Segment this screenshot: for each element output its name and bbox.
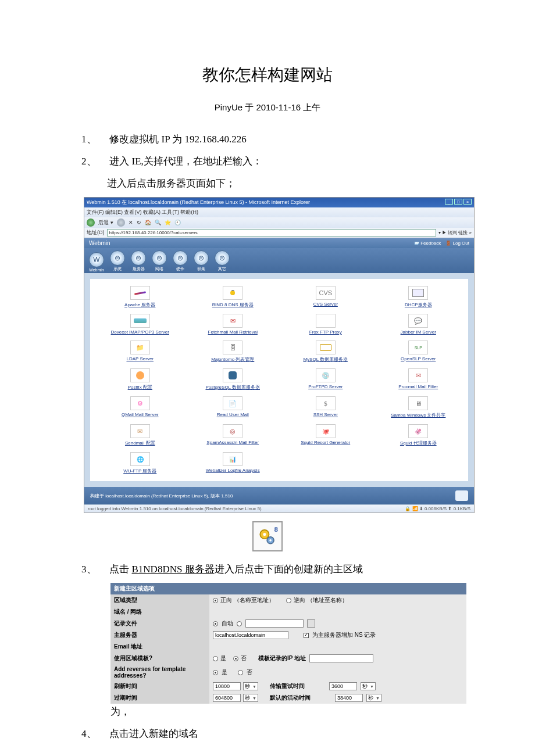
server-item[interactable]: Webalizer Logfile Analysis (188, 452, 279, 474)
expire-unit-select[interactable]: 秒 (243, 694, 258, 702)
retry-unit-select[interactable]: 秒 (361, 682, 376, 690)
refresh-icon[interactable]: ↻ (137, 220, 141, 225)
server-label: Squid Report Generator (301, 440, 350, 445)
ttl-input[interactable]: 38400 (335, 694, 363, 702)
tmpl-ip-input[interactable] (309, 654, 373, 662)
server-item[interactable]: Read User Mail (188, 396, 279, 418)
forward-icon[interactable] (117, 218, 125, 227)
server-item[interactable]: Squid 代理服务器 (373, 424, 464, 446)
favorites-icon[interactable]: ⭐ (165, 220, 171, 225)
server-item[interactable]: MySQL 数据库服务器 (280, 341, 371, 363)
server-label: MySQL 数据库服务器 (303, 356, 348, 363)
radio-forward[interactable] (213, 598, 218, 603)
expire-input[interactable]: 604800 (213, 694, 241, 702)
retry-input[interactable]: 3600 (329, 682, 357, 690)
server-icon (130, 341, 150, 354)
server-icon (223, 452, 242, 466)
webmin-tab-6[interactable]: ⊜其它 (215, 250, 230, 272)
radio-reverse[interactable] (286, 598, 291, 603)
step-text: 点击 B1ND8DNS 服务器进入后点击下面的创建新的主区域 (109, 564, 362, 575)
doc-byline: PinyUe 于 2010-11-16 上午 (81, 102, 454, 113)
server-item[interactable]: OpenSLP Server (373, 341, 464, 363)
server-item[interactable]: Majordomo 列表管理 (188, 341, 279, 363)
server-item[interactable]: Samba Windows 文件共享 (373, 396, 464, 418)
server-item[interactable]: Squid Report Generator (280, 424, 371, 446)
ttl-unit-select[interactable]: 秒 (366, 694, 381, 702)
server-item[interactable]: Procmail Mail Filter (373, 368, 464, 390)
server-item[interactable]: ProFTPD Server (280, 368, 371, 390)
refresh-input[interactable]: 10800 (213, 682, 241, 690)
radio-tmpl-no[interactable] (233, 656, 238, 661)
label-addrev: Add reverses for template addresses? (110, 664, 209, 680)
server-item[interactable]: SSH Server (280, 396, 371, 418)
ie-menubar[interactable]: 文件(F) 编辑(E) 查看(V) 收藏(A) 工具(T) 帮助(H) (84, 207, 474, 217)
address-label: 地址(D) (87, 229, 105, 237)
home-icon[interactable]: 🏠 (145, 220, 151, 225)
webmin-tab-5[interactable]: ⊜群集 (194, 250, 209, 272)
label-template: 使用区域模板? (110, 653, 209, 664)
server-item[interactable]: Frox FTP Proxy (280, 314, 371, 335)
label-refresh: 刷新时间 (110, 680, 209, 692)
stop-icon[interactable]: ✕ (129, 220, 133, 225)
address-input[interactable]: https://192.168.40.226:10000/?cat=server… (107, 229, 436, 237)
server-item[interactable]: LDAP Server (95, 341, 186, 363)
tab-icon: W (89, 252, 104, 267)
home-icon[interactable] (455, 490, 468, 501)
radio-addrev-yes[interactable] (213, 670, 218, 675)
server-item[interactable]: PostgreSQL 数据库服务器 (188, 368, 279, 390)
server-icon (408, 341, 428, 354)
server-item[interactable]: QMail Mail Server (95, 396, 186, 418)
server-item[interactable]: Apache 服务器 (95, 286, 186, 308)
radio-record-manual[interactable] (237, 621, 242, 626)
tab-label: 硬件 (176, 266, 184, 272)
server-label: Dovecot IMAP/POP3 Server (111, 329, 169, 335)
server-item[interactable]: DHCP服务器 (373, 286, 464, 308)
webmin-tabs: WWebmin⊜系统⊜服务器⊜网络⊜硬件⊜群集⊜其它 (84, 248, 474, 273)
refresh-unit-select[interactable]: 秒 (243, 682, 258, 690)
server-label: SSH Server (313, 412, 338, 417)
server-item[interactable]: BIND 8 DNS 服务器 (188, 286, 279, 308)
back-icon[interactable] (87, 218, 95, 227)
radio-record-auto[interactable] (213, 621, 218, 626)
radio-addrev-no[interactable] (238, 670, 243, 675)
server-item[interactable]: Postfix 配置 (95, 368, 186, 390)
webmin-tab-3[interactable]: ⊜网络 (152, 250, 167, 272)
radio-reverse-label: 逆向 （地址至名称） (294, 596, 348, 604)
record-file-input[interactable] (245, 619, 304, 628)
server-item[interactable]: Fetchmail Mail Retrieval (188, 314, 279, 335)
server-item[interactable]: Sendmail 配置 (95, 424, 186, 446)
ie-toolbar[interactable]: 后退 ▾ ✕ ↻ 🏠 🔍 ⭐ 🕘 (84, 217, 474, 228)
label-master: 主服务器 (110, 629, 209, 641)
tab-icon: ⊜ (131, 250, 146, 266)
ie-window-controls[interactable]: _ □ × (445, 199, 472, 206)
webmin-tab-2[interactable]: ⊜服务器 (131, 250, 146, 272)
server-item[interactable]: WU-FTP 服务器 (95, 452, 186, 474)
server-item[interactable]: Jabber IM Server (373, 314, 464, 335)
bind8dns-link: B1ND8DNS 服务器 (132, 564, 215, 575)
record-file-browse[interactable] (307, 619, 315, 628)
address-go[interactable]: ▾ ▶ 转到 链接 » (438, 230, 472, 236)
feedback-link[interactable]: 📨 Feedback (413, 241, 441, 246)
radio-forward-label: 正向 （名称至地址） (220, 596, 274, 604)
webmin-tab-4[interactable]: ⊜硬件 (173, 250, 188, 272)
server-icon (316, 314, 336, 328)
webmin-tab-0[interactable]: WWebmin (89, 252, 104, 272)
server-icon (130, 396, 150, 410)
master-server-input[interactable]: localhost.localdomain (213, 631, 288, 639)
server-label: DHCP服务器 (405, 302, 432, 308)
maximize-button[interactable]: □ (454, 199, 462, 205)
webmin-screenshot: Webmin 1.510 在 localhost.localdomain (Re… (84, 197, 475, 513)
history-icon[interactable]: 🕘 (174, 220, 181, 225)
search-icon[interactable]: 🔍 (155, 220, 161, 225)
minimize-button[interactable]: _ (445, 199, 453, 205)
trailing-wei: 为， (110, 705, 454, 718)
server-item[interactable]: CVSCVS Server (280, 286, 371, 308)
close-button[interactable]: × (463, 199, 472, 205)
server-item[interactable]: SpamAssassin Mail Filter (188, 424, 279, 446)
server-label: Squid 代理服务器 (400, 440, 437, 446)
logout-link[interactable]: 🚪 Log Out (445, 241, 469, 246)
webmin-tab-1[interactable]: ⊜系统 (110, 250, 125, 272)
server-item[interactable]: Dovecot IMAP/POP3 Server (95, 314, 186, 335)
radio-tmpl-yes[interactable] (213, 656, 218, 661)
checkbox-add-ns[interactable] (304, 633, 309, 638)
